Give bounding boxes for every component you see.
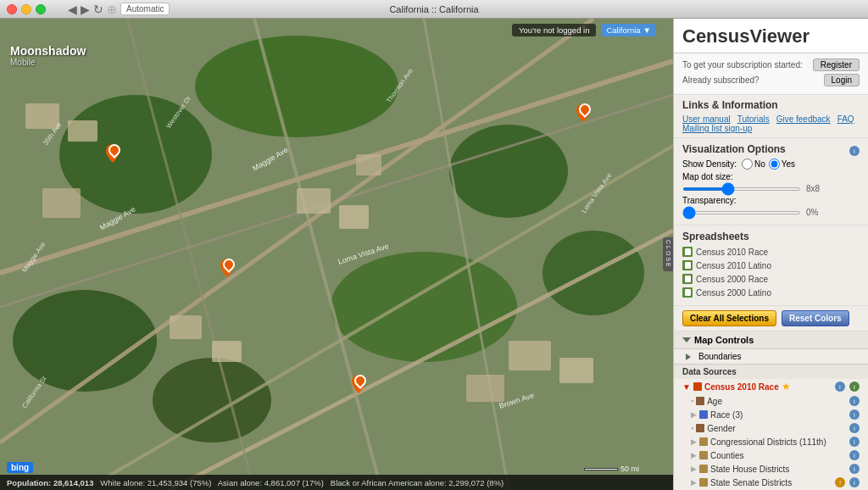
race-info[interactable]: i	[849, 409, 860, 420]
spreadsheet-item-1[interactable]: Census 2010 Race	[682, 246, 860, 258]
close-sidebar-button[interactable]: CLOSE	[663, 237, 673, 271]
login-button[interactable]: Login	[824, 74, 860, 86]
link-tutorials[interactable]: Tutorials	[737, 114, 770, 124]
age-icon: ▪	[691, 397, 693, 405]
minimize-button[interactable]	[21, 4, 31, 14]
map-pin-1[interactable]	[106, 144, 120, 161]
state-senate-item[interactable]: ▶ State Senate Districts ! i	[674, 476, 868, 489]
race-color	[699, 410, 708, 419]
spreadsheets-section: Spreadsheets Census 2010 Race Census 201…	[674, 226, 868, 306]
sidebar: CensusViewer To get your subscription st…	[673, 19, 868, 490]
state-house-item[interactable]: ▶ State House Districts i	[674, 462, 868, 476]
window-controls[interactable]	[7, 4, 46, 14]
map-pin-4[interactable]	[352, 375, 365, 392]
gender-item[interactable]: ▪ Gender i	[674, 421, 868, 435]
state-senate-color	[699, 478, 708, 487]
map-controls-header[interactable]: Map Controls	[674, 331, 868, 349]
transparency-slider[interactable]	[682, 211, 801, 214]
viz-options-info-icon[interactable]: i	[849, 146, 860, 156]
svg-rect-25	[170, 315, 202, 339]
census2010race-item[interactable]: ▼ Census 2010 Race ★ i i	[674, 379, 868, 394]
density-no[interactable]: No	[742, 159, 765, 170]
counties-label: Counties	[710, 451, 743, 460]
svg-point-39	[580, 107, 587, 114]
svg-point-3	[449, 125, 568, 218]
show-density-row: Show Density: No Yes	[682, 159, 860, 170]
dot-size-slider[interactable]	[682, 187, 801, 191]
svg-point-2	[195, 36, 398, 137]
density-radio-group: No Yes	[742, 159, 795, 170]
svg-rect-23	[559, 358, 593, 383]
density-yes[interactable]: Yes	[769, 159, 795, 170]
race-label: Race (3)	[710, 410, 743, 420]
census2010race-info2[interactable]: i	[849, 381, 860, 392]
age-info[interactable]: i	[849, 396, 860, 406]
population-status: Population: 28,614,013 White alone: 21,4…	[7, 478, 504, 487]
spreadsheet-item-2[interactable]: Census 2010 Latino	[682, 259, 860, 271]
link-faq[interactable]: FAQ	[837, 114, 854, 124]
svg-rect-24	[466, 375, 504, 402]
state-house-icon: ▶	[691, 465, 697, 473]
counties-item[interactable]: ▶ Counties i	[674, 448, 868, 462]
state-selector[interactable]: California ▼	[601, 24, 656, 36]
svg-rect-19	[297, 188, 331, 214]
congressional-label: Congressional Districts (111th)	[710, 437, 826, 447]
svg-point-7	[153, 358, 271, 443]
state-senate-warning: !	[835, 477, 845, 487]
spreadsheet-icon-4	[682, 287, 693, 298]
map-scale: 50 mi	[584, 465, 639, 473]
map-pin-2[interactable]	[220, 259, 234, 276]
visualization-options-section: Visualization Options i Show Density: No…	[674, 138, 868, 226]
login-status: You're not logged in	[512, 24, 596, 36]
moonshadow-logo: Moonshadow Mobile	[10, 44, 86, 67]
congressional-icon: ▶	[691, 437, 697, 446]
links-section-title: Links & Information	[682, 99, 860, 111]
age-color	[696, 397, 704, 405]
state-house-label: State House Districts	[710, 465, 789, 474]
census2010race-star: ★	[782, 381, 791, 393]
title-bar: ◀ ▶ ↻ ⊕ Automatic California :: Californ…	[0, 0, 868, 19]
register-button[interactable]: Register	[813, 58, 860, 71]
map-controls-chevron	[682, 337, 691, 342]
link-mailing-list[interactable]: Mailing list sign-up	[682, 124, 752, 133]
age-item[interactable]: ▪ Age i	[674, 394, 868, 408]
gender-info[interactable]: i	[849, 423, 860, 433]
congressional-info[interactable]: i	[849, 437, 860, 447]
action-buttons-row: Clear All Selections Reset Colors	[674, 306, 868, 331]
race-expand-icon: ▶	[691, 410, 697, 419]
maximize-button[interactable]	[36, 4, 46, 14]
link-user-manual[interactable]: User manual	[682, 114, 731, 124]
link-give-feedback[interactable]: Give feedback	[776, 114, 831, 124]
gender-label: Gender	[707, 424, 735, 433]
spreadsheet-icon-1	[682, 247, 693, 257]
svg-point-1	[59, 95, 212, 214]
gender-icon: ▪	[691, 424, 693, 432]
spreadsheet-item-4[interactable]: Census 2000 Latino	[682, 287, 860, 298]
reset-colors-button[interactable]: Reset Colors	[782, 310, 849, 326]
viz-options-title: Visualization Options	[682, 143, 786, 155]
census2010race-label: Census 2010 Race	[704, 382, 779, 392]
login-row-1: To get your subscription started: Regist…	[682, 58, 860, 71]
links-row-2: Mailing list sign-up	[682, 124, 860, 133]
counties-color	[699, 451, 708, 459]
nav-controls[interactable]: ◀ ▶ ↻ ⊕ Automatic	[68, 3, 170, 16]
window-title: California :: California	[389, 4, 478, 14]
counties-info[interactable]: i	[849, 450, 860, 460]
map-pin-3[interactable]	[576, 103, 590, 120]
census2010race-info[interactable]: i	[835, 381, 845, 392]
congressional-item[interactable]: ▶ Congressional Districts (111th) i	[674, 435, 868, 448]
spreadsheet-item-3[interactable]: Census 2000 Race	[682, 273, 860, 285]
state-senate-info[interactable]: i	[849, 477, 860, 487]
census-viewer-header: CensusViewer	[674, 19, 868, 53]
close-button[interactable]	[7, 4, 17, 14]
svg-point-37	[109, 148, 116, 154]
data-sources-header: Data Sources	[674, 364, 868, 379]
congressional-color	[699, 437, 708, 446]
clear-all-button[interactable]: Clear All Selections	[682, 310, 776, 326]
boundaries-row[interactable]: Boundaries	[674, 349, 868, 364]
map-area[interactable]: Maggie Ave Maggie Ave Loma Vista Ave Wes…	[0, 19, 673, 490]
state-house-color	[699, 465, 708, 473]
census-viewer-logo: CensusViewer	[682, 25, 860, 47]
race-item[interactable]: ▶ Race (3) i	[674, 408, 868, 421]
state-house-info[interactable]: i	[849, 464, 860, 474]
